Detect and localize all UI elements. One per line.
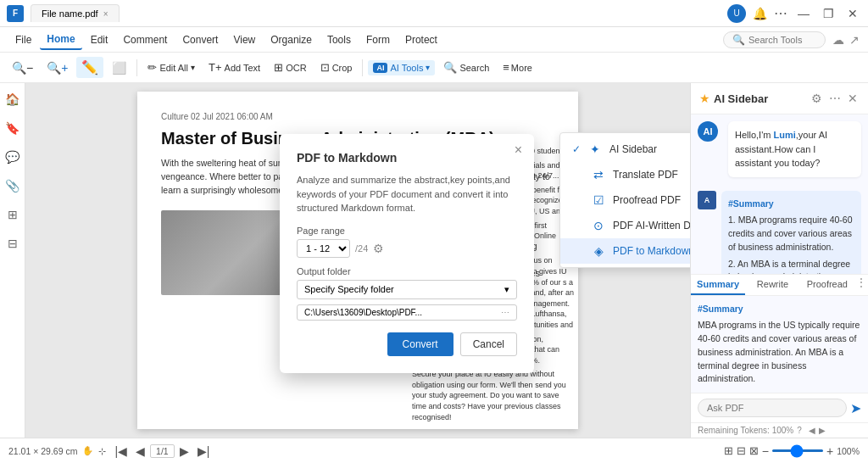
- view-single-icon[interactable]: ⊟: [737, 444, 746, 457]
- select-icon: ⬜: [112, 61, 126, 75]
- cloud-icon[interactable]: ☁: [832, 33, 844, 47]
- ai-send-button[interactable]: ➤: [850, 400, 861, 416]
- ai-tools-dropdown-icon: ▾: [426, 63, 430, 72]
- sidebar-bookmark-icon[interactable]: 🔖: [3, 119, 22, 137]
- zoom-minus-button[interactable]: −: [762, 444, 769, 458]
- separator-2: [362, 59, 363, 76]
- tab-proofread[interactable]: Proofread: [800, 275, 854, 295]
- path-more-icon[interactable]: ⋯: [501, 308, 509, 317]
- path-display[interactable]: C:\Users\13609\Desktop\PDF... ⋯: [297, 304, 517, 321]
- statusbar-select-icon[interactable]: ⊹: [98, 446, 106, 456]
- share-icon[interactable]: ↗: [849, 33, 860, 47]
- maximize-button[interactable]: ❐: [820, 7, 837, 20]
- zoom-out-button[interactable]: 🔍−: [7, 59, 38, 77]
- ai-sidebar-header: ★ AI Sidebar ⚙ ⋯ ✕: [691, 83, 868, 114]
- convert-button[interactable]: Convert: [387, 332, 453, 356]
- cancel-button[interactable]: Cancel: [460, 332, 517, 356]
- menu-form[interactable]: Form: [359, 31, 397, 49]
- tab-rewrite[interactable]: Rewrite: [745, 275, 799, 295]
- sidebar-home-icon[interactable]: 🏠: [3, 90, 22, 109]
- dropdown-ai-detect[interactable]: ⊙ PDF AI-Written Detect: [560, 213, 690, 238]
- select-button[interactable]: ⬜: [107, 59, 131, 77]
- menu-comment[interactable]: Comment: [116, 31, 174, 49]
- titlebar: F File name.pdf × U 🔔 ⋯ — ❐ ✕: [0, 0, 868, 27]
- tokens-help-icon[interactable]: ?: [797, 426, 802, 435]
- close-tab-button[interactable]: ×: [103, 9, 108, 19]
- menu-view[interactable]: View: [226, 31, 262, 49]
- file-tab[interactable]: File name.pdf ×: [31, 4, 120, 22]
- sidebar-comment-icon[interactable]: 💬: [3, 148, 22, 166]
- ask-pdf-input[interactable]: [698, 399, 847, 417]
- first-page-button[interactable]: |◀: [111, 443, 131, 460]
- ocr-button[interactable]: ⊞ OCR: [269, 59, 311, 76]
- titlebar-right: U 🔔 ⋯ — ❐ ✕: [727, 4, 861, 23]
- folder-placeholder: Specify Specify folder: [304, 284, 394, 294]
- menu-protect[interactable]: Protect: [398, 31, 444, 49]
- view-options-icon[interactable]: ⊞: [724, 444, 733, 457]
- more-button[interactable]: ≡ More: [498, 59, 537, 76]
- notification-icon[interactable]: 🔔: [753, 7, 767, 20]
- dropdown-translate-pdf[interactable]: ⇄ Translate PDF: [560, 162, 690, 187]
- menu-edit[interactable]: Edit: [84, 31, 115, 49]
- zoom-plus-button[interactable]: +: [826, 444, 833, 458]
- ai-more-icon[interactable]: ⋯: [827, 90, 843, 107]
- ai-close-icon[interactable]: ✕: [846, 90, 860, 107]
- ai-tools-button[interactable]: AI AI Tools ▾: [368, 60, 435, 75]
- add-text-button[interactable]: T+ Add Text: [203, 59, 265, 76]
- menu-file[interactable]: File: [8, 31, 38, 49]
- menubar: File Home Edit Comment Convert View Orga…: [0, 27, 868, 53]
- remaining-tokens-label: Remaining Tokens: 100%: [698, 426, 793, 435]
- dropdown-ai-sidebar[interactable]: ✓ ✦ AI Sidebar: [560, 137, 690, 162]
- ai-next-icon[interactable]: ▶: [819, 426, 826, 435]
- toolbar: 🔍− 🔍+ ✏️ ⬜ ✏ Edit All ▾ T+ Add Text ⊞ OC…: [0, 53, 868, 83]
- settings-icon[interactable]: ⚙: [373, 242, 384, 255]
- edit-all-button[interactable]: ✏ Edit All ▾: [142, 59, 200, 76]
- dropdown-proofread-pdf[interactable]: ☑ Proofread PDF: [560, 187, 690, 213]
- highlight-button[interactable]: ✏️: [76, 57, 103, 78]
- dialog-close-button[interactable]: ×: [515, 142, 522, 158]
- view-scroll-icon[interactable]: ⊠: [749, 444, 759, 457]
- dropdown-pdf-markdown[interactable]: ◈ PDF to Markdown: [560, 238, 690, 264]
- sidebar-layers-icon[interactable]: ⊞: [3, 205, 22, 224]
- more-options-icon[interactable]: ⋯: [774, 5, 787, 21]
- minimize-button[interactable]: —: [794, 7, 813, 20]
- statusbar-hand-icon[interactable]: ✋: [82, 445, 93, 456]
- more-label: More: [511, 63, 532, 73]
- add-text-icon: T+: [209, 61, 222, 74]
- ai-bottom-summary-tag: #Summary: [698, 303, 861, 316]
- zoom-in-button[interactable]: 🔍+: [42, 59, 73, 77]
- sidebar-attachment-icon[interactable]: 📎: [3, 176, 22, 195]
- ai-tab-more[interactable]: ⋮: [854, 275, 868, 295]
- avatar[interactable]: U: [727, 4, 746, 23]
- search-tools-box[interactable]: 🔍: [723, 31, 826, 48]
- search-icon: 🔍: [443, 61, 457, 74]
- app-icon: F: [7, 5, 24, 22]
- menu-organize[interactable]: Organize: [264, 31, 319, 49]
- page-display[interactable]: 1/1: [150, 444, 175, 458]
- crop-label: Crop: [332, 63, 353, 73]
- ai-sidebar-title: AI Sidebar: [714, 92, 806, 105]
- crop-button[interactable]: ⊡ Crop: [315, 59, 358, 76]
- search-tools-input[interactable]: [748, 35, 816, 45]
- close-button[interactable]: ✕: [844, 7, 861, 20]
- statusbar-nav: |◀ ◀ 1/1 ▶ ▶|: [111, 443, 213, 460]
- menu-convert[interactable]: Convert: [175, 31, 225, 49]
- next-page-button[interactable]: ▶: [176, 443, 192, 460]
- last-page-button[interactable]: ▶|: [194, 443, 214, 460]
- edit-all-label: Edit All: [159, 63, 188, 73]
- page-range-select[interactable]: 1 - 12: [297, 239, 350, 258]
- sidebar-pages-icon[interactable]: ⊟: [3, 234, 22, 253]
- zoom-slider[interactable]: [772, 449, 823, 452]
- ai-settings-icon[interactable]: ⚙: [810, 90, 824, 107]
- dialog-description: Analyze and summarize the abstract,key p…: [297, 173, 517, 215]
- tab-summary[interactable]: Summary: [691, 275, 745, 295]
- folder-select[interactable]: Specify Specify folder ▾: [297, 280, 517, 299]
- ai-word-icon: A: [698, 191, 716, 209]
- statusbar-left: 21.01 × 29.69 cm ✋ ⊹ |◀ ◀ 1/1 ▶ ▶|: [8, 443, 717, 460]
- ai-prev-icon[interactable]: ◀: [809, 426, 815, 435]
- menu-tools[interactable]: Tools: [320, 31, 358, 49]
- search-button[interactable]: 🔍 Search: [438, 59, 494, 76]
- menu-home[interactable]: Home: [40, 30, 81, 50]
- prev-page-button[interactable]: ◀: [132, 443, 148, 460]
- crop-icon: ⊡: [320, 61, 330, 74]
